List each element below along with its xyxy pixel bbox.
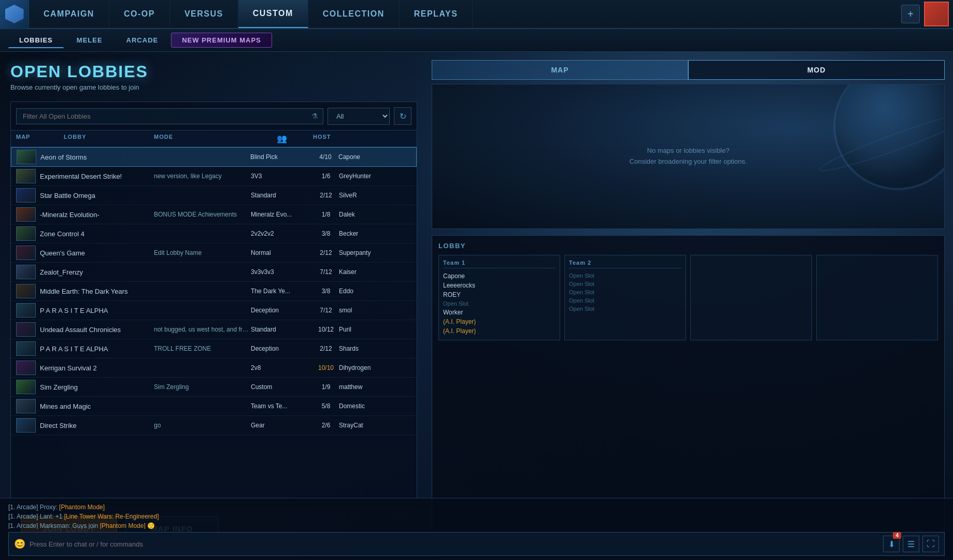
game-mode: Standard [251, 326, 313, 333]
team-player: Open Slot [569, 288, 681, 296]
game-mode: Gear [251, 422, 313, 429]
nav-item-custom[interactable]: CUSTOM [238, 0, 308, 28]
map-thumbnail [16, 380, 36, 394]
player-count: 3/8 [313, 230, 339, 237]
table-row[interactable]: Kerrigan Survival 2 2v8 10/10 Dihydrogen [11, 358, 417, 378]
lobby-name: new version, like Legacy [154, 173, 251, 180]
no-preview-text-2: Consider broadening your filter options. [630, 156, 747, 167]
table-row[interactable]: Middle Earth: The Dark Years The Dark Ye… [11, 282, 417, 301]
filter-input-wrap: ⚗ [16, 108, 323, 124]
chat-link[interactable]: [Line Tower Wars: Re-Engineered] [64, 513, 159, 520]
host-name: Becker [339, 230, 411, 237]
table-header: MAP LOBBY MODE 👥 HOST [11, 131, 417, 147]
game-type-filter[interactable]: All Melee Arcade Custom [328, 108, 390, 125]
host-name: SilveR [339, 192, 411, 199]
game-mode: Mineralz Evo... [251, 211, 313, 218]
nav-item-campaign[interactable]: CAMPAIGN [29, 0, 109, 28]
game-mode: 2v2v2v2 [251, 230, 313, 237]
table-row[interactable]: Aeon of Storms Blind Pick 4/10 Capone [11, 147, 417, 167]
nav-item-replays[interactable]: REPLAYS [400, 0, 473, 28]
map-name: Star Battle Omega [40, 192, 154, 199]
table-row[interactable]: Zealot_Frenzy 3v3v3v3 7/12 Kaiser [11, 263, 417, 282]
chat-message: [1. Arcade] Proxy: [Phantom Mode] [8, 502, 945, 512]
logo[interactable] [0, 0, 29, 28]
user-avatar[interactable] [924, 2, 949, 26]
chat-input[interactable] [30, 540, 879, 548]
nav-item-coop[interactable]: CO-OP [109, 0, 170, 28]
th-players: 👥 [251, 134, 313, 143]
chat-rest: 🙂 [146, 522, 155, 529]
fullscreen-icon: ⛶ [927, 539, 935, 549]
map-thumbnail [16, 341, 36, 356]
chat-link[interactable]: [Phantom Mode] [59, 504, 105, 511]
player-count: 2/12 [313, 192, 339, 199]
team-box [816, 255, 938, 340]
sub-nav-lobbies[interactable]: LOBBIES [8, 33, 64, 48]
sub-nav-premium[interactable]: NEW PREMIUM MAPS [171, 33, 272, 48]
lobby-section-title: LOBBY [438, 242, 938, 250]
table-row[interactable]: Sim Zergling Sim Zergling Custom 1/9 mat… [11, 378, 417, 397]
social-button[interactable]: ⬇ 4 [883, 536, 900, 552]
table-row[interactable]: Undead Assault Chronicles not bugged, us… [11, 320, 417, 339]
sub-navigation: LOBBIES MELEE ARCADE NEW PREMIUM MAPS [0, 29, 953, 52]
game-mode: Standard [251, 192, 313, 199]
table-row[interactable]: Mines and Magic Team vs Te... 5/8 Domest… [11, 397, 417, 416]
table-row[interactable]: Star Battle Omega Standard 2/12 SilveR [11, 186, 417, 205]
map-name: Aeon of Storms [40, 153, 154, 161]
map-mod-tabs: MAP MOD [432, 60, 945, 80]
plus-button[interactable]: + [901, 5, 920, 23]
top-navigation: CAMPAIGN CO-OP VERSUS CUSTOM COLLECTION … [0, 0, 953, 29]
map-name: Undead Assault Chronicles [40, 326, 154, 334]
map-thumbnail [16, 399, 36, 413]
table-row[interactable]: Zone Control 4 2v2v2v2 3/8 Becker [11, 224, 417, 243]
chat-input-bar: 😊 ⬇ 4 ☰ ⛶ [8, 532, 945, 556]
emoji-button[interactable]: 😊 [14, 538, 25, 550]
map-thumbnail [16, 265, 36, 279]
player-count: 2/6 [313, 422, 339, 429]
nav-item-collection[interactable]: COLLECTION [308, 0, 400, 28]
nav-item-versus[interactable]: VERSUS [170, 0, 238, 28]
th-lobby: LOBBY [40, 134, 154, 143]
game-mode: 3V3 [251, 173, 313, 180]
lobby-container: ⚗ All Melee Arcade Custom ↻ MAP LOBBY MO… [10, 102, 417, 508]
chat-link[interactable]: [Phantom Mode] [100, 522, 146, 529]
tab-mod[interactable]: MOD [688, 60, 945, 80]
fullscreen-button[interactable]: ⛶ [922, 536, 939, 552]
chat-options-button[interactable]: ☰ [903, 536, 919, 552]
tab-map[interactable]: MAP [432, 60, 688, 80]
th-map: MAP [16, 134, 40, 143]
map-thumbnail [16, 169, 36, 183]
map-name: -Mineralz Evolution- [40, 211, 154, 219]
table-row[interactable]: P A R A S I T E ALPHA TROLL FREE ZONE De… [11, 339, 417, 358]
host-name: StrayCat [339, 422, 411, 429]
teams-grid: Team 1CaponeLeeeerocksROEYOpen SlotWorke… [438, 255, 938, 340]
table-row[interactable]: Experimental Desert Strike! new version,… [11, 167, 417, 186]
game-mode: Normal [251, 249, 313, 256]
table-row[interactable]: P A R A S I T E ALPHA Deception 7/12 smo… [11, 301, 417, 320]
host-name: Eddo [339, 288, 411, 295]
filter-input[interactable] [16, 108, 323, 124]
player-count: 10/12 [313, 326, 339, 333]
map-name: P A R A S I T E ALPHA [40, 345, 154, 353]
table-row[interactable]: Queen's Game Edit Lobby Name Normal 2/12… [11, 243, 417, 263]
game-mode: Team vs Te... [251, 403, 313, 410]
logo-icon [5, 5, 24, 23]
sub-nav-melee[interactable]: MELEE [66, 33, 113, 48]
host-name: matthew [339, 383, 411, 391]
sub-nav-arcade[interactable]: ARCADE [116, 33, 169, 48]
team-box: Team 2Open SlotOpen SlotOpen SlotOpen Sl… [564, 255, 686, 340]
player-count: 10/10 [313, 364, 339, 371]
players-icon: 👥 [277, 134, 288, 143]
map-name: P A R A S I T E ALPHA [40, 307, 154, 314]
chat-area: [1. Arcade] Proxy: [Phantom Mode][1. Arc… [0, 498, 953, 560]
lobby-name: BONUS MODE Achievements [154, 211, 251, 218]
refresh-button[interactable]: ↻ [394, 107, 411, 125]
table-row[interactable]: -Mineralz Evolution- BONUS MODE Achievem… [11, 205, 417, 224]
map-no-preview: No maps or lobbies visible? Consider bro… [630, 146, 747, 167]
map-thumbnail [16, 322, 36, 337]
team-player: ROEY [443, 290, 556, 299]
host-name: Dihydrogen [339, 364, 411, 371]
map-thumbnail [16, 226, 36, 241]
no-preview-text-1: No maps or lobbies visible? [630, 146, 747, 156]
table-row[interactable]: Direct Strike go Gear 2/6 StrayCat [11, 416, 417, 435]
